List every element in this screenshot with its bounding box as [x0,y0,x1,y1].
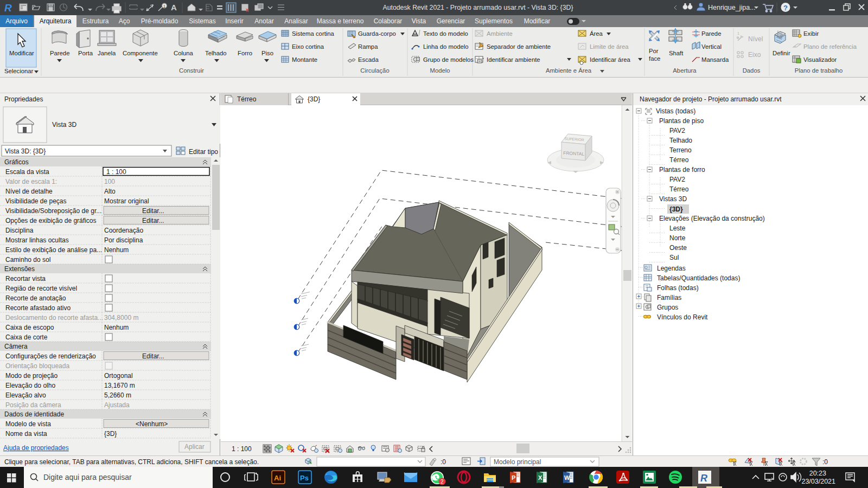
svg-text:Editar...: Editar... [142,352,164,360]
svg-text:Ps: Ps [300,474,309,482]
svg-text:Área: Área [590,30,603,37]
svg-text:Oeste: Oeste [669,244,687,252]
svg-text:Identificar área: Identificar área [590,56,630,63]
svg-text:Posição da câmera: Posição da câmera [5,401,61,409]
svg-text:Nível: Nível [748,35,763,43]
svg-text:{3D}: {3D} [308,95,320,103]
svg-text:Leste: Leste [669,224,686,232]
svg-text:Coluna: Coluna [174,50,194,56]
svg-text:Definir: Definir [773,50,790,56]
svg-text:Grupo de modelos: Grupo de modelos [423,56,474,63]
svg-text:Ortogonal: Ortogonal [104,372,133,380]
svg-text:W: W [564,474,570,481]
svg-text:Digite aqui para pesquisar: Digite aqui para pesquisar [43,473,132,481]
svg-text:Ajustada: Ajustada [104,401,130,409]
svg-text:Caixa de corte: Caixa de corte [5,333,48,341]
svg-text:Ambiente e Área: Ambiente e Área [546,67,592,74]
svg-text:Mostrar linhas ocultas: Mostrar linhas ocultas [5,236,69,244]
svg-text:Modelo principal: Modelo principal [494,458,541,466]
svg-text:P: P [512,474,515,481]
svg-text:X: X [538,474,542,481]
svg-text:Elevação do olho: Elevação do olho [5,382,55,389]
svg-text:Opções de exibição de gráficos: Opções de exibição de gráficos [5,217,96,224]
svg-text:Visualizador: Visualizador [803,56,837,63]
svg-text:Dados de identidade: Dados de identidade [4,410,64,418]
svg-text:Circulação: Circulação [360,67,389,74]
svg-text:Identificar ambiente: Identificar ambiente [487,56,540,63]
svg-text:Plantas de forro: Plantas de forro [659,166,705,174]
svg-text:1 : 100: 1 : 100 [106,168,126,176]
svg-text:1: 1 [737,31,739,35]
svg-text:Sistema cortina: Sistema cortina [292,30,335,37]
svg-text:?: ? [783,4,788,12]
svg-text:Câmera: Câmera [4,343,28,350]
svg-text:2: 2 [441,479,444,485]
svg-text:Térreo: Térreo [237,95,257,103]
svg-text:Visibilidade/Sobreposição de g: Visibilidade/Sobreposição de gr... [5,207,101,215]
svg-text:1 : 100: 1 : 100 [232,445,252,453]
svg-text:Navegador de projeto - Projeto: Navegador de projeto - Projeto arrumado … [640,95,782,103]
svg-text:Janela: Janela [98,50,116,56]
svg-text:Terreno: Terreno [669,146,692,154]
svg-text:Elevações (Elevação da constru: Elevações (Elevação da construção) [659,215,765,222]
svg-text:Dados: Dados [743,67,761,74]
svg-text:Plano de trabalho: Plano de trabalho [795,67,843,74]
svg-text::0: :0 [441,458,446,466]
svg-text:Nível de detalhe: Nível de detalhe [5,188,53,195]
svg-text:Abertura: Abertura [673,67,697,74]
svg-text:Telhado: Telhado [669,137,692,144]
svg-text:Eixo: Eixo [748,51,761,59]
svg-text:Plano de referência: Plano de referência [803,43,857,50]
svg-text:R: R [700,473,707,484]
svg-text:Rampa: Rampa [358,43,378,50]
svg-text:Visibilidade de peças: Visibilidade de peças [5,197,67,205]
svg-text:R: R [4,2,12,14]
svg-text:x: x [246,7,249,13]
svg-text:Autodesk Revit 2021 - Projeto: Autodesk Revit 2021 - Projeto arrumado u… [382,4,573,11]
svg-text:PAV2: PAV2 [669,127,685,134]
svg-text:Vista 3D: {3D}: Vista 3D: {3D} [5,147,46,155]
svg-text:Ai: Ai [274,474,281,482]
svg-text:{3D}: {3D} [104,430,117,438]
svg-text:Nome da vista: Nome da vista [5,430,47,438]
svg-text:Mansarda: Mansarda [701,56,729,63]
svg-text:Exibir: Exibir [803,30,819,37]
svg-text:Vista 3D: Vista 3D [52,121,76,129]
svg-text:Eixo cortina: Eixo cortina [292,43,324,50]
svg-text:Folhas (todas): Folhas (todas) [657,284,699,292]
svg-text:Editar...: Editar... [142,217,164,224]
svg-text:Nenhum: Nenhum [104,324,129,331]
svg-text:Por disciplina: Por disciplina [104,236,143,244]
svg-text:Aplicar: Aplicar [184,443,205,451]
svg-text:Construir: Construir [179,67,204,74]
svg-text:Elevação alvo: Elevação alvo [5,391,46,399]
svg-text:Clique para selecionar, TAB pa: Clique para selecionar, TAB para alterna… [4,458,259,466]
svg-text:Propriedades: Propriedades [4,95,43,103]
svg-text:Modo de projeção: Modo de projeção [5,372,58,380]
svg-text:Recortar vista: Recortar vista [5,275,46,282]
svg-text:Norte: Norte [669,234,686,242]
svg-text:Nenhum: Nenhum [104,246,129,254]
svg-text:Térreo: Térreo [669,156,689,164]
svg-text:Plantas de piso: Plantas de piso [659,117,704,125]
svg-text:Térreo: Térreo [669,185,689,193]
svg-text:A: A [171,3,177,12]
svg-text:Henrique_jipa...: Henrique_jipa... [708,4,756,11]
svg-text:Vínculos do Revit: Vínculos do Revit [657,313,708,321]
svg-text:Orientação bloqueada: Orientação bloqueada [5,362,69,370]
svg-text:Gráficos: Gráficos [4,158,29,166]
svg-text:Alto: Alto [104,188,116,195]
svg-text:Texto do modelo: Texto do modelo [423,30,468,37]
svg-text:Disciplina: Disciplina [5,227,34,234]
svg-text:Limite de área: Limite de área [590,43,629,50]
svg-text:Mostrar original: Mostrar original [104,197,149,205]
svg-text:<Nenhum>: <Nenhum> [136,420,168,428]
svg-text:Por: Por [649,48,659,54]
svg-text::0: :0 [822,458,828,466]
svg-text:23/03/2021: 23/03/2021 [801,478,835,485]
svg-text:Escala da vista: Escala da vista [5,168,49,176]
svg-text:Parede: Parede [701,30,721,37]
svg-text:13,1670 m: 13,1670 m [104,382,135,389]
svg-text:Legendas: Legendas [657,265,686,272]
svg-text:Grupos: Grupos [657,304,678,311]
